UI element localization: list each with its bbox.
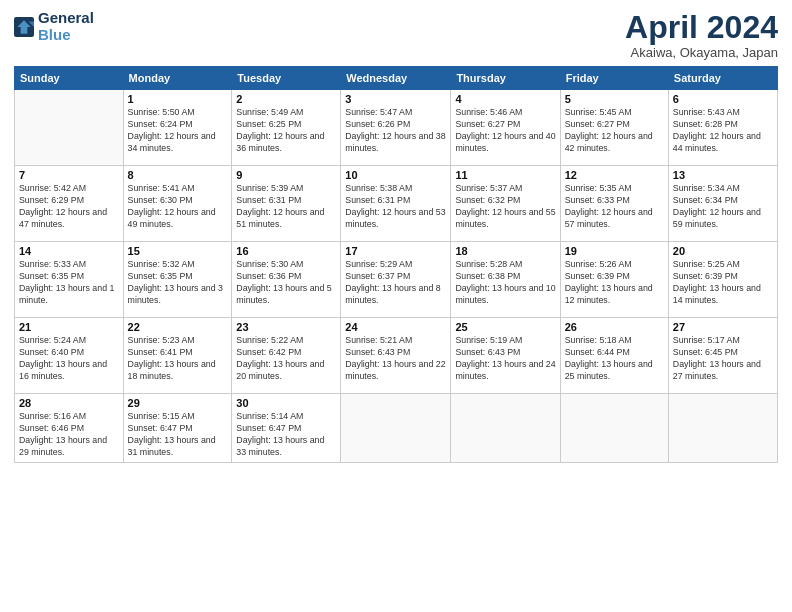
calendar-cell: 22 Sunrise: 5:23 AMSunset: 6:41 PMDaylig…: [123, 318, 232, 394]
day-number: 14: [19, 245, 119, 257]
calendar-cell: [560, 394, 668, 463]
logo: General Blue: [14, 10, 94, 43]
day-info: Sunrise: 5:28 AMSunset: 6:38 PMDaylight:…: [455, 259, 555, 307]
weekday-header: Sunday: [15, 67, 124, 90]
calendar-cell: 18 Sunrise: 5:28 AMSunset: 6:38 PMDaylig…: [451, 242, 560, 318]
title-block: April 2024 Akaiwa, Okayama, Japan: [625, 10, 778, 60]
day-info: Sunrise: 5:43 AMSunset: 6:28 PMDaylight:…: [673, 107, 773, 155]
calendar-cell: 7 Sunrise: 5:42 AMSunset: 6:29 PMDayligh…: [15, 166, 124, 242]
day-number: 18: [455, 245, 555, 257]
day-info: Sunrise: 5:50 AMSunset: 6:24 PMDaylight:…: [128, 107, 228, 155]
calendar-cell: 2 Sunrise: 5:49 AMSunset: 6:25 PMDayligh…: [232, 90, 341, 166]
calendar-cell: [341, 394, 451, 463]
day-info: Sunrise: 5:42 AMSunset: 6:29 PMDaylight:…: [19, 183, 119, 231]
day-number: 22: [128, 321, 228, 333]
calendar-cell: 6 Sunrise: 5:43 AMSunset: 6:28 PMDayligh…: [668, 90, 777, 166]
calendar-cell: 10 Sunrise: 5:38 AMSunset: 6:31 PMDaylig…: [341, 166, 451, 242]
day-number: 3: [345, 93, 446, 105]
calendar-cell: 28 Sunrise: 5:16 AMSunset: 6:46 PMDaylig…: [15, 394, 124, 463]
day-info: Sunrise: 5:33 AMSunset: 6:35 PMDaylight:…: [19, 259, 119, 307]
day-number: 7: [19, 169, 119, 181]
day-info: Sunrise: 5:45 AMSunset: 6:27 PMDaylight:…: [565, 107, 664, 155]
day-number: 16: [236, 245, 336, 257]
day-info: Sunrise: 5:24 AMSunset: 6:40 PMDaylight:…: [19, 335, 119, 383]
calendar-cell: 9 Sunrise: 5:39 AMSunset: 6:31 PMDayligh…: [232, 166, 341, 242]
calendar-week-row: 14 Sunrise: 5:33 AMSunset: 6:35 PMDaylig…: [15, 242, 778, 318]
day-number: 6: [673, 93, 773, 105]
day-number: 24: [345, 321, 446, 333]
day-info: Sunrise: 5:19 AMSunset: 6:43 PMDaylight:…: [455, 335, 555, 383]
calendar-cell: 5 Sunrise: 5:45 AMSunset: 6:27 PMDayligh…: [560, 90, 668, 166]
calendar-cell: 17 Sunrise: 5:29 AMSunset: 6:37 PMDaylig…: [341, 242, 451, 318]
day-number: 17: [345, 245, 446, 257]
day-number: 4: [455, 93, 555, 105]
day-info: Sunrise: 5:22 AMSunset: 6:42 PMDaylight:…: [236, 335, 336, 383]
day-number: 1: [128, 93, 228, 105]
weekday-header: Thursday: [451, 67, 560, 90]
weekday-header: Saturday: [668, 67, 777, 90]
calendar-week-row: 1 Sunrise: 5:50 AMSunset: 6:24 PMDayligh…: [15, 90, 778, 166]
calendar-table: SundayMondayTuesdayWednesdayThursdayFrid…: [14, 66, 778, 463]
day-number: 28: [19, 397, 119, 409]
day-info: Sunrise: 5:25 AMSunset: 6:39 PMDaylight:…: [673, 259, 773, 307]
day-number: 26: [565, 321, 664, 333]
day-info: Sunrise: 5:37 AMSunset: 6:32 PMDaylight:…: [455, 183, 555, 231]
day-info: Sunrise: 5:30 AMSunset: 6:36 PMDaylight:…: [236, 259, 336, 307]
day-number: 13: [673, 169, 773, 181]
calendar-cell: 29 Sunrise: 5:15 AMSunset: 6:47 PMDaylig…: [123, 394, 232, 463]
day-info: Sunrise: 5:35 AMSunset: 6:33 PMDaylight:…: [565, 183, 664, 231]
calendar-cell: 13 Sunrise: 5:34 AMSunset: 6:34 PMDaylig…: [668, 166, 777, 242]
day-number: 19: [565, 245, 664, 257]
day-number: 8: [128, 169, 228, 181]
logo-line1: General: [38, 10, 94, 27]
day-number: 15: [128, 245, 228, 257]
day-number: 21: [19, 321, 119, 333]
day-info: Sunrise: 5:46 AMSunset: 6:27 PMDaylight:…: [455, 107, 555, 155]
weekday-header-row: SundayMondayTuesdayWednesdayThursdayFrid…: [15, 67, 778, 90]
calendar-cell: 8 Sunrise: 5:41 AMSunset: 6:30 PMDayligh…: [123, 166, 232, 242]
day-info: Sunrise: 5:23 AMSunset: 6:41 PMDaylight:…: [128, 335, 228, 383]
day-info: Sunrise: 5:26 AMSunset: 6:39 PMDaylight:…: [565, 259, 664, 307]
day-info: Sunrise: 5:16 AMSunset: 6:46 PMDaylight:…: [19, 411, 119, 459]
day-info: Sunrise: 5:17 AMSunset: 6:45 PMDaylight:…: [673, 335, 773, 383]
day-info: Sunrise: 5:49 AMSunset: 6:25 PMDaylight:…: [236, 107, 336, 155]
calendar-cell: 3 Sunrise: 5:47 AMSunset: 6:26 PMDayligh…: [341, 90, 451, 166]
calendar-cell: 11 Sunrise: 5:37 AMSunset: 6:32 PMDaylig…: [451, 166, 560, 242]
day-number: 5: [565, 93, 664, 105]
day-number: 25: [455, 321, 555, 333]
day-info: Sunrise: 5:38 AMSunset: 6:31 PMDaylight:…: [345, 183, 446, 231]
calendar-cell: 24 Sunrise: 5:21 AMSunset: 6:43 PMDaylig…: [341, 318, 451, 394]
calendar-cell: 14 Sunrise: 5:33 AMSunset: 6:35 PMDaylig…: [15, 242, 124, 318]
weekday-header: Tuesday: [232, 67, 341, 90]
day-info: Sunrise: 5:34 AMSunset: 6:34 PMDaylight:…: [673, 183, 773, 231]
day-number: 29: [128, 397, 228, 409]
calendar-cell: 30 Sunrise: 5:14 AMSunset: 6:47 PMDaylig…: [232, 394, 341, 463]
calendar-cell: 25 Sunrise: 5:19 AMSunset: 6:43 PMDaylig…: [451, 318, 560, 394]
day-number: 2: [236, 93, 336, 105]
day-number: 12: [565, 169, 664, 181]
day-info: Sunrise: 5:39 AMSunset: 6:31 PMDaylight:…: [236, 183, 336, 231]
calendar-week-row: 28 Sunrise: 5:16 AMSunset: 6:46 PMDaylig…: [15, 394, 778, 463]
weekday-header: Monday: [123, 67, 232, 90]
calendar-cell: 26 Sunrise: 5:18 AMSunset: 6:44 PMDaylig…: [560, 318, 668, 394]
calendar-cell: [451, 394, 560, 463]
calendar-cell: 20 Sunrise: 5:25 AMSunset: 6:39 PMDaylig…: [668, 242, 777, 318]
calendar-cell: 23 Sunrise: 5:22 AMSunset: 6:42 PMDaylig…: [232, 318, 341, 394]
calendar-cell: [668, 394, 777, 463]
weekday-header: Friday: [560, 67, 668, 90]
calendar-cell: 27 Sunrise: 5:17 AMSunset: 6:45 PMDaylig…: [668, 318, 777, 394]
day-info: Sunrise: 5:14 AMSunset: 6:47 PMDaylight:…: [236, 411, 336, 459]
day-info: Sunrise: 5:47 AMSunset: 6:26 PMDaylight:…: [345, 107, 446, 155]
day-number: 10: [345, 169, 446, 181]
location-subtitle: Akaiwa, Okayama, Japan: [625, 45, 778, 60]
calendar-cell: 12 Sunrise: 5:35 AMSunset: 6:33 PMDaylig…: [560, 166, 668, 242]
day-info: Sunrise: 5:32 AMSunset: 6:35 PMDaylight:…: [128, 259, 228, 307]
calendar-cell: 19 Sunrise: 5:26 AMSunset: 6:39 PMDaylig…: [560, 242, 668, 318]
day-number: 9: [236, 169, 336, 181]
day-number: 11: [455, 169, 555, 181]
day-info: Sunrise: 5:21 AMSunset: 6:43 PMDaylight:…: [345, 335, 446, 383]
day-number: 30: [236, 397, 336, 409]
calendar-week-row: 21 Sunrise: 5:24 AMSunset: 6:40 PMDaylig…: [15, 318, 778, 394]
calendar-week-row: 7 Sunrise: 5:42 AMSunset: 6:29 PMDayligh…: [15, 166, 778, 242]
calendar-cell: 15 Sunrise: 5:32 AMSunset: 6:35 PMDaylig…: [123, 242, 232, 318]
